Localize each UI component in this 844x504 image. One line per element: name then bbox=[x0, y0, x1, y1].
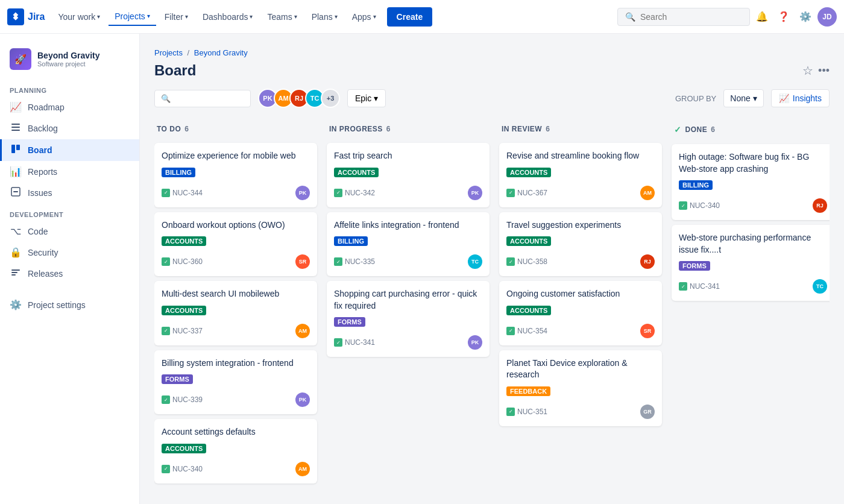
card-id-icon: ✓ bbox=[334, 338, 342, 347]
card-badge: ACCOUNTS bbox=[162, 236, 206, 246]
releases-icon bbox=[10, 268, 22, 280]
column-title-inreview: IN REVIEW 6 bbox=[502, 125, 550, 133]
group-by-label: GROUP BY bbox=[675, 94, 716, 103]
star-button[interactable]: ☆ bbox=[802, 63, 813, 78]
board-search-icon: 🔍 bbox=[161, 94, 171, 103]
card-title: Optimize experience for mobile web bbox=[162, 150, 310, 162]
sidebar-item-project-settings[interactable]: ⚙️ Project settings bbox=[0, 294, 139, 315]
sidebar-item-code[interactable]: ⌥ Code bbox=[0, 221, 139, 242]
svg-rect-1 bbox=[11, 127, 20, 128]
card-id-text: NUC-344 bbox=[172, 189, 203, 197]
card[interactable]: Ongoing customer satisfaction ACCOUNTS ✓… bbox=[499, 281, 662, 345]
avatar-group: PK AM RJ TC +3 bbox=[258, 89, 340, 108]
chevron-down-icon: ▾ bbox=[147, 13, 150, 19]
card-avatar: AM bbox=[295, 462, 310, 476]
card-id-icon: ✓ bbox=[506, 408, 515, 416]
nav-filter[interactable]: Filter ▾ bbox=[159, 8, 194, 25]
board-search[interactable]: 🔍 bbox=[154, 90, 251, 107]
sidebar-item-issues[interactable]: Issues bbox=[0, 182, 139, 204]
card-avatar: TC bbox=[468, 254, 482, 269]
card-title: High outage: Software bug fix - BG Web-s… bbox=[679, 151, 827, 175]
card-footer: ✓ NUC-354 SR bbox=[506, 324, 655, 338]
sidebar-item-board[interactable]: Board bbox=[0, 139, 139, 161]
epic-button[interactable]: Epic ▾ bbox=[347, 89, 386, 107]
card-id: ✓ NUC-351 bbox=[506, 408, 547, 416]
card[interactable]: Account settings defaults ACCOUNTS ✓ NUC… bbox=[154, 419, 317, 484]
settings-button[interactable]: ⚙️ bbox=[796, 7, 815, 27]
chevron-down-icon: ▾ bbox=[335, 13, 338, 20]
sidebar-item-reports[interactable]: 📊 Reports bbox=[0, 161, 139, 182]
sidebar-item-label-issues: Issues bbox=[28, 188, 52, 198]
group-by-select[interactable]: None ▾ bbox=[723, 89, 763, 107]
search-box[interactable]: 🔍 bbox=[617, 8, 750, 26]
column-header-inreview: IN REVIEW 6 bbox=[499, 120, 662, 138]
card[interactable]: Affelite links integration - frontend BI… bbox=[327, 212, 490, 277]
sidebar-item-roadmap[interactable]: 📈 Roadmap bbox=[0, 96, 139, 118]
nav-apps[interactable]: Apps ▾ bbox=[346, 8, 382, 25]
sidebar-item-backlog[interactable]: Backlog bbox=[0, 118, 139, 139]
card-id-text: NUC-337 bbox=[172, 327, 203, 335]
card-title: Web-store purchasing performance issue f… bbox=[679, 232, 827, 256]
card[interactable]: Onboard workout options (OWO) ACCOUNTS ✓… bbox=[154, 212, 317, 277]
settings-icon: ⚙️ bbox=[10, 299, 22, 310]
card-badge: ACCOUNTS bbox=[334, 168, 379, 177]
svg-rect-0 bbox=[11, 124, 20, 125]
card-id-text: NUC-367 bbox=[517, 189, 547, 197]
nav-projects[interactable]: Projects ▾ bbox=[109, 8, 156, 26]
more-options-button[interactable]: ••• bbox=[818, 65, 830, 77]
help-button[interactable]: ❓ bbox=[774, 7, 793, 27]
card-id-icon: ✓ bbox=[506, 257, 515, 266]
notifications-button[interactable]: 🔔 bbox=[752, 7, 772, 27]
sidebar-item-releases[interactable]: Releases bbox=[0, 263, 139, 285]
nav-your-work[interactable]: Your work ▾ bbox=[52, 8, 106, 25]
sidebar-item-label-security: Security bbox=[28, 248, 58, 257]
board-toolbar: 🔍 PK AM RJ TC +3 Epic ▾ GROUP BY None ▾ … bbox=[154, 89, 830, 108]
card-id-text: NUC-340 bbox=[172, 465, 203, 473]
breadcrumb-projects[interactable]: Projects bbox=[154, 48, 183, 57]
logo[interactable]: Jira bbox=[7, 8, 45, 25]
column-title-todo: TO DO 6 bbox=[157, 125, 189, 133]
board-column-inreview: IN REVIEW 6 Revise and streamline bookin… bbox=[499, 120, 662, 488]
create-button[interactable]: Create bbox=[387, 7, 433, 27]
card-avatar: PK bbox=[295, 186, 310, 200]
board-search-input[interactable] bbox=[174, 94, 241, 103]
card-footer: ✓ NUC-341 PK bbox=[334, 335, 482, 350]
board-icon bbox=[10, 144, 22, 156]
breadcrumb-project[interactable]: Beyond Gravity bbox=[194, 48, 248, 57]
user-avatar[interactable]: JD bbox=[817, 7, 837, 27]
card[interactable]: Optimize experience for mobile web BILLI… bbox=[154, 143, 317, 207]
security-icon: 🔒 bbox=[10, 247, 22, 258]
card-badge: FEEDBACK bbox=[506, 386, 550, 396]
nav-dashboards[interactable]: Dashboards ▾ bbox=[197, 8, 259, 25]
nav-teams[interactable]: Teams ▾ bbox=[261, 8, 303, 25]
svg-rect-8 bbox=[11, 272, 17, 273]
avatar-count[interactable]: +3 bbox=[321, 89, 340, 108]
card-title: Multi-dest search UI mobileweb bbox=[162, 288, 310, 300]
search-input[interactable] bbox=[640, 12, 737, 22]
jira-logo-icon bbox=[7, 8, 24, 25]
card[interactable]: High outage: Software bug fix - BG Web-s… bbox=[672, 144, 830, 220]
sidebar-item-security[interactable]: 🔒 Security bbox=[0, 242, 139, 263]
card-id-text: NUC-342 bbox=[345, 189, 375, 197]
chevron-down-icon: ▾ bbox=[374, 93, 378, 103]
project-header: 🚀 Beyond Gravity Software project bbox=[0, 43, 139, 80]
card[interactable]: Revise and streamline booking flow ACCOU… bbox=[499, 143, 662, 207]
card-title: Planet Taxi Device exploration & researc… bbox=[506, 358, 655, 381]
card[interactable]: Travel suggestion experiments ACCOUNTS ✓… bbox=[499, 212, 662, 277]
nav-plans[interactable]: Plans ▾ bbox=[306, 8, 344, 25]
card-footer: ✓ NUC-340 RJ bbox=[679, 198, 827, 213]
insights-button[interactable]: 📈 Insights bbox=[771, 89, 830, 107]
card-footer: ✓ NUC-335 TC bbox=[334, 254, 482, 269]
card-id-icon: ✓ bbox=[162, 257, 170, 266]
card-avatar: SR bbox=[640, 324, 655, 338]
card[interactable]: Multi-dest search UI mobileweb ACCOUNTS … bbox=[154, 281, 317, 345]
card[interactable]: Fast trip search ACCOUNTS ✓ NUC-342 PK bbox=[327, 143, 490, 207]
card-id: ✓ NUC-341 bbox=[334, 338, 375, 347]
card[interactable]: Shopping cart purchasing error - quick f… bbox=[327, 281, 490, 357]
card[interactable]: Planet Taxi Device exploration & researc… bbox=[499, 350, 662, 426]
main-content: Projects / Beyond Gravity Board ☆ ••• 🔍 … bbox=[140, 34, 844, 504]
card[interactable]: Billing system integration - frontend FO… bbox=[154, 350, 317, 415]
card-id: ✓ NUC-360 bbox=[162, 257, 203, 266]
column-title-inprogress: IN PROGRESS 6 bbox=[329, 125, 391, 133]
card[interactable]: Web-store purchasing performance issue f… bbox=[672, 225, 830, 301]
